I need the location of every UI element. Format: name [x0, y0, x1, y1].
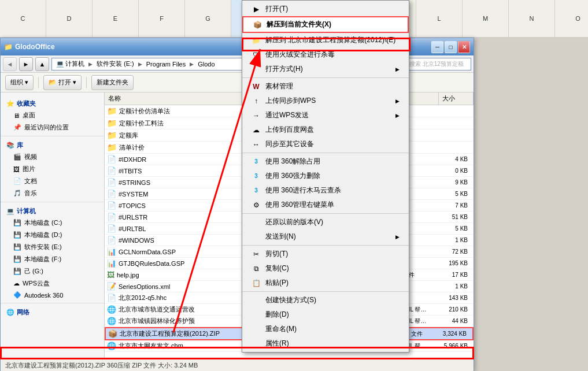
- menu-item-360-scan[interactable]: 3 使用 360进行木马云查杀: [242, 183, 409, 198]
- computer-icon: 💻: [56, 60, 64, 68]
- open-label: 打开 ▾: [58, 78, 76, 87]
- open-icon: 📂: [49, 79, 57, 86]
- address-drive[interactable]: 软件安装 (E:): [95, 59, 136, 69]
- menu-item-restore[interactable]: 还原以前的版本(V): [242, 215, 409, 229]
- network-icon: 🌐: [6, 309, 14, 316]
- menu-item-rename[interactable]: 重命名(M): [242, 322, 409, 336]
- address-programfiles[interactable]: Program Files: [145, 60, 187, 68]
- gsp-icon: 📊: [107, 247, 116, 256]
- menu-item-wps-send[interactable]: → 通过WPS发送 ▶: [242, 108, 409, 123]
- menu-360-scan-label: 使用 360进行木马云查杀: [265, 186, 341, 195]
- forward-button[interactable]: ►: [19, 57, 33, 71]
- drive-f-icon: 💾: [13, 255, 21, 263]
- menu-item-baidu[interactable]: ☁ 上传到百度网盘: [242, 123, 409, 137]
- menu-item-sendto[interactable]: 发送到(N) ▶: [242, 229, 409, 244]
- maximize-button[interactable]: □: [445, 41, 457, 53]
- file-icon: 📄: [107, 155, 116, 164]
- file-icon: 📄: [107, 201, 116, 210]
- open-with-icon: [252, 65, 261, 74]
- 360-scan-icon: 3: [252, 186, 261, 195]
- sidebar-item-video[interactable]: 🎬 视频: [1, 151, 104, 163]
- sidebar-item-g[interactable]: 💾 己 (G:): [1, 265, 104, 277]
- menu-antivirus-label: 使用火绒安全进行杀毒: [265, 50, 335, 60]
- sidebar-section-network[interactable]: 🌐 网络: [1, 306, 104, 318]
- context-menu: ▶ 打开(T) 📦 解压到当前文件夹(X) 📁 解压到 北京市建设工程预算定额(…: [242, 0, 409, 353]
- folder-icon: 📁: [107, 106, 117, 116]
- menu-sep2: [242, 153, 409, 153]
- sidebar-item-pictures[interactable]: 🖼 图片: [1, 163, 104, 175]
- col-f: F: [139, 0, 185, 37]
- menu-item-wps-upload[interactable]: ↑ 上传同步到WPS ▶: [242, 94, 409, 108]
- menu-item-copy[interactable]: ⧉ 复制(C): [242, 261, 409, 276]
- address-glodo[interactable]: Glodo: [196, 60, 216, 68]
- menu-item-antivirus[interactable]: 🛡 使用火绒安全进行杀毒: [242, 47, 409, 62]
- baidu-icon: ☁: [252, 125, 261, 135]
- minimize-button[interactable]: ─: [431, 41, 443, 53]
- zip-icon: 📦: [108, 329, 117, 338]
- new-folder-button[interactable]: 新建文件夹: [91, 75, 134, 90]
- address-glodo-label: Glodo: [198, 61, 215, 68]
- file-icon: 📄: [107, 294, 116, 302]
- drive-g-label: 己 (G:): [24, 267, 43, 276]
- html-icon: 🌐: [107, 317, 116, 325]
- sidebar-div1: [1, 136, 104, 136]
- video-icon: 🎬: [13, 153, 21, 161]
- menu-item-360-unlock[interactable]: 3 使用 360解除占用: [242, 154, 409, 169]
- menu-item-extract-here[interactable]: 📦 解压到当前文件夹(X): [242, 16, 409, 33]
- organize-label: 组织 ▾: [10, 78, 28, 87]
- pictures-label: 图片: [23, 165, 35, 173]
- menu-item-sync[interactable]: ↔ 同步至其它设备: [242, 137, 409, 151]
- menu-item-360-manage[interactable]: ⚙ 使用 360管理右键菜单: [242, 198, 409, 212]
- sidebar-item-documents[interactable]: 📄 文档: [1, 175, 104, 187]
- desktop-label: 桌面: [23, 111, 35, 120]
- organize-button[interactable]: 组织 ▾: [5, 75, 34, 90]
- back-button[interactable]: ◄: [3, 57, 17, 71]
- menu-item-360-delete[interactable]: 3 使用 360强力删除: [242, 169, 409, 183]
- sidebar-item-wps[interactable]: ☁ WPS云盘: [1, 277, 104, 290]
- menu-delete-label: 删除(D): [265, 310, 289, 320]
- drive-e-icon: 💾: [13, 243, 21, 251]
- sidebar-item-e[interactable]: 💾 软件安装 (E:): [1, 241, 104, 253]
- sidebar-item-c[interactable]: 💾 本地磁盘 (C:): [1, 217, 104, 229]
- sidebar-section-computer[interactable]: 💻 计算机: [1, 205, 104, 217]
- col-size[interactable]: 大小: [439, 92, 474, 105]
- sidebar-item-desktop[interactable]: 🖥 桌面: [1, 109, 104, 121]
- sidebar-section-favorites[interactable]: ⭐ 收藏夹: [1, 97, 104, 109]
- file-icon: 📄: [107, 166, 116, 175]
- menu-sep3: [242, 213, 409, 214]
- open-menu-icon: ▶: [252, 5, 261, 14]
- close-button[interactable]: ✕: [458, 41, 470, 53]
- address-sep2: ▶: [138, 61, 142, 67]
- menu-item-open-with[interactable]: 打开方式(H) ▶: [242, 62, 409, 76]
- col-n: N: [509, 0, 555, 37]
- menu-item-cut[interactable]: ✂ 剪切(T): [242, 247, 409, 261]
- menu-item-extract-folder[interactable]: 📁 解压到 北京市建设工程预算定额(2012)\(E): [242, 33, 409, 47]
- sidebar-item-music[interactable]: 🎵 音乐: [1, 187, 104, 199]
- desktop-icon: 🖥: [13, 112, 20, 119]
- antivirus-icon: 🛡: [252, 50, 261, 60]
- address-computer[interactable]: 💻 计算机: [54, 59, 86, 69]
- open-button[interactable]: 📂 打开 ▾: [43, 75, 82, 90]
- sidebar-item-autodesk[interactable]: 🔷 Autodesk 360: [1, 290, 104, 300]
- menu-item-open[interactable]: ▶ 打开(T): [242, 2, 409, 16]
- menu-item-delete[interactable]: 删除(D): [242, 307, 409, 322]
- sidebar-section-libraries[interactable]: 📚 库: [1, 139, 104, 151]
- sidebar-item-d[interactable]: 💾 本地磁盘 (D:): [1, 229, 104, 241]
- menu-cut-label: 剪切(T): [265, 249, 288, 259]
- sidebar-item-f[interactable]: 💾 本地磁盘 (F:): [1, 253, 104, 265]
- extract-folder-icon: 📁: [252, 36, 261, 45]
- toolbar-separator2: [86, 77, 87, 88]
- menu-item-paste[interactable]: 📋 粘贴(P): [242, 276, 409, 290]
- 360-delete-icon: 3: [252, 172, 261, 181]
- sidebar-item-recent[interactable]: 📌 最近访问的位置: [1, 121, 104, 133]
- up-button[interactable]: ▲: [35, 57, 49, 71]
- sidebar: ⭐ 收藏夹 🖥 桌面 📌 最近访问的位置 📚 库 🎬 视频 �: [1, 92, 105, 359]
- network-label: 网络: [17, 308, 29, 317]
- menu-item-shortcut[interactable]: 创建快捷方式(S): [242, 293, 409, 307]
- toolbar-separator: [38, 77, 39, 88]
- new-folder-label: 新建文件夹: [97, 78, 128, 87]
- menu-item-material[interactable]: W 素材管理: [242, 79, 409, 94]
- 360-unlock-icon: 3: [252, 157, 261, 166]
- folder-icon: 📁: [107, 118, 117, 128]
- menu-item-properties[interactable]: 属性(R): [242, 336, 409, 351]
